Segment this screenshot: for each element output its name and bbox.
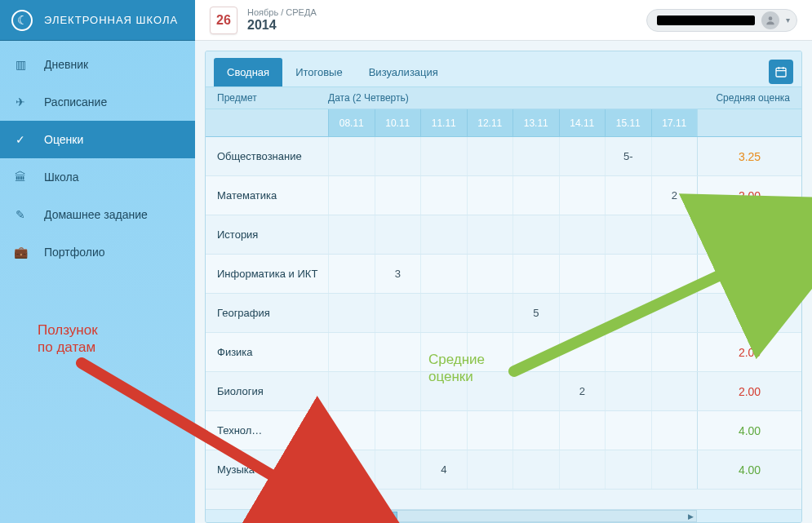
grade-cell: [328, 137, 375, 175]
grade-cell: [559, 215, 606, 254]
subject-cell: Биология: [206, 372, 328, 410]
grade-cell: [559, 176, 606, 215]
grade-cell: [605, 372, 651, 410]
brand-row: ☾ ЭЛЕКТРОННАЯ ШКОЛА: [0, 0, 195, 41]
grade-cell: [512, 255, 559, 293]
scroll-track[interactable]: ◀ ▶: [328, 510, 697, 522]
grade-cell: [467, 255, 513, 293]
avg-cell: 3.50: [697, 294, 801, 332]
chevron-down-icon: ▾: [786, 16, 793, 24]
table-row: Физика2.00: [206, 333, 801, 372]
topbar: 26 Ноябрь / СРЕДА 2014 ▾: [195, 0, 812, 41]
grade-cell: [328, 294, 375, 332]
user-menu[interactable]: ▾: [646, 9, 797, 32]
table-row: Математика22.00: [206, 176, 801, 215]
grade-cell: [375, 372, 421, 410]
subject-cell: Информатика и ИКТ: [206, 255, 328, 293]
grade-cell: [651, 215, 698, 254]
avg-cell: 3.25: [697, 137, 801, 175]
book-icon: ▥: [11, 58, 29, 71]
tab-final[interactable]: Итоговые: [282, 58, 356, 86]
subject-cell: История: [206, 215, 328, 254]
nav-list: ▥Дневник✈Расписание✓Оценки🏛Школа✎Домашне…: [0, 41, 195, 271]
grade-cell: [512, 450, 559, 489]
sidebar-item-homework[interactable]: ✎Домашнее задание: [0, 196, 195, 233]
dates-header-row: 08.1110.1111.1112.1113.1114.1115.1117.11: [206, 109, 801, 137]
grade-cell: [375, 215, 421, 254]
grade-cell: [651, 333, 698, 371]
grade-cell: [420, 176, 467, 215]
brand-icon: ☾: [11, 10, 33, 31]
tab-summary[interactable]: Сводная: [214, 58, 282, 86]
grade-cell: [328, 255, 375, 293]
grade-cell: [375, 137, 421, 175]
svg-point-0: [769, 16, 773, 20]
table-row: История2.50: [206, 215, 801, 255]
table-row: География53.50: [206, 294, 801, 333]
subject-cell: Обществознание: [206, 137, 328, 175]
sidebar-item-grades[interactable]: ✓Оценки: [0, 121, 195, 158]
today-date-badge[interactable]: 26: [210, 7, 237, 34]
grade-cell: [328, 372, 375, 410]
sidebar-item-label: Оценки: [44, 133, 83, 146]
svg-rect-1: [776, 68, 786, 77]
tabs-row: СводнаяИтоговыеВизуализация: [206, 51, 801, 86]
grade-cell: [328, 176, 375, 215]
avg-cell: 2.00: [697, 333, 801, 371]
avg-cell: 2.00: [697, 372, 801, 410]
grade-cell: [651, 137, 698, 175]
sidebar-item-portfolio[interactable]: 💼Портфолио: [0, 233, 195, 271]
grade-cell: [651, 411, 698, 450]
grade-cell: [512, 333, 559, 371]
scroll-left-arrow[interactable]: ◀: [329, 511, 340, 521]
subject-cell: Технол…: [206, 411, 328, 450]
plane-icon: ✈: [11, 95, 29, 109]
grade-cell: [375, 176, 421, 215]
scroll-right-arrow[interactable]: ▶: [685, 511, 696, 521]
date-column-header: 08.11: [328, 109, 375, 136]
subject-cell: Физика: [206, 333, 328, 371]
header-date: Дата (2 Четверть): [328, 92, 697, 104]
grades-rows: Обществознание5-3.25Математика22.00Истор…: [206, 137, 801, 509]
sidebar-item-schedule[interactable]: ✈Расписание: [0, 83, 195, 121]
header-subject: Предмет: [217, 92, 328, 104]
grade-cell: [512, 411, 559, 450]
avg-cell: 4.00: [697, 411, 801, 450]
tab-viz[interactable]: Визуализация: [356, 58, 451, 86]
grade-cell: [420, 255, 467, 293]
grade-cell: 4: [420, 450, 467, 489]
date-column-header: 17.11: [651, 109, 698, 136]
table-row: Обществознание5-3.25: [206, 137, 801, 176]
grade-cell: [328, 215, 375, 254]
table-row: Биология22.00: [206, 372, 801, 411]
avg-cell: 2.50: [697, 215, 801, 254]
grade-cell: [559, 333, 606, 371]
header-avg: Средняя оценка: [697, 92, 790, 104]
user-name-redacted: [657, 16, 755, 25]
grade-cell: [375, 450, 421, 489]
calendar-button[interactable]: [769, 60, 793, 84]
grade-cell: [420, 411, 467, 450]
grade-cell: [420, 372, 467, 410]
grade-cell: [328, 411, 375, 450]
briefcase-icon: 💼: [11, 246, 29, 259]
grade-cell: [605, 450, 651, 489]
sidebar-item-school[interactable]: 🏛Школа: [0, 158, 195, 196]
grade-cell: [651, 255, 698, 293]
grade-cell: [375, 411, 421, 450]
grade-cell: [605, 333, 651, 371]
grade-cell: [420, 294, 467, 332]
grade-cell: [375, 333, 421, 371]
grade-cell: [420, 333, 467, 371]
sidebar-item-diary[interactable]: ▥Дневник: [0, 46, 195, 83]
grade-cell: [467, 411, 513, 450]
scroll-thumb[interactable]: [340, 512, 397, 521]
grade-cell: [467, 137, 513, 175]
table-header-row: Предмет Дата (2 Четверть) Средняя оценка: [206, 86, 801, 109]
grades-card: СводнаяИтоговыеВизуализация Предмет Дата…: [205, 51, 802, 523]
grade-cell: [467, 294, 513, 332]
date-scrollbar: ◀ ▶: [206, 509, 801, 522]
grade-cell: [605, 294, 651, 332]
avatar-icon: [761, 11, 779, 29]
sidebar-item-label: Дневник: [44, 58, 88, 71]
